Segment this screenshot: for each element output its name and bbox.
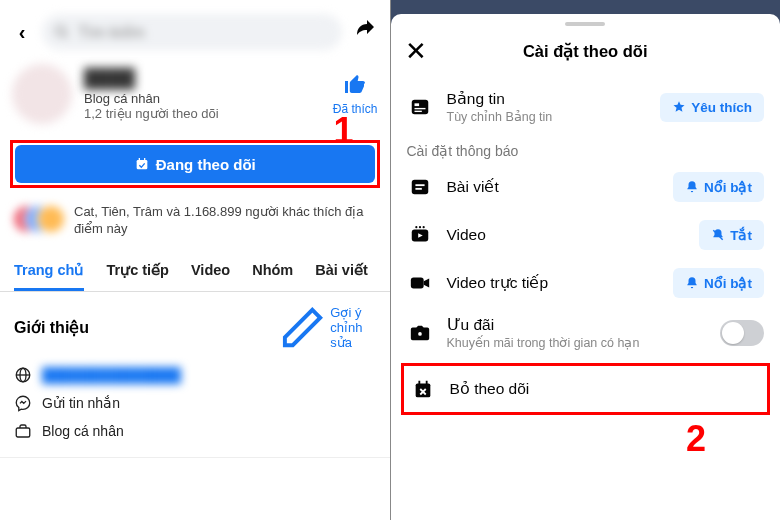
- favorite-label: Yêu thích: [691, 100, 752, 115]
- svg-rect-21: [415, 384, 430, 398]
- briefcase-icon: [14, 422, 32, 440]
- live-pill-label: Nổi bật: [704, 275, 752, 291]
- tab-video[interactable]: Video: [191, 250, 230, 291]
- profile-tabs: Trang chủ Trực tiếp Video Nhóm Bài viết: [0, 250, 390, 292]
- social-proof-text: Cat, Tiên, Trâm và 1.168.899 người khác …: [74, 204, 378, 238]
- about-message-row[interactable]: Gửi tin nhắn: [14, 389, 376, 417]
- newsfeed-icon: [409, 96, 431, 118]
- following-button[interactable]: Đang theo dõi: [15, 145, 375, 183]
- suggest-edit-button[interactable]: Gợi ý chỉnh sửa: [279, 304, 375, 351]
- svg-rect-6: [16, 428, 30, 437]
- svg-rect-9: [414, 108, 425, 109]
- about-blog-label: Blog cá nhân: [42, 423, 124, 439]
- svg-point-16: [418, 226, 420, 228]
- bell-icon: [685, 276, 699, 290]
- bell-icon: [685, 180, 699, 194]
- svg-point-17: [422, 226, 424, 228]
- svg-rect-10: [414, 111, 421, 112]
- search-field[interactable]: Tìm kiếm: [42, 14, 342, 50]
- tab-home[interactable]: Trang chủ: [14, 250, 84, 291]
- profile-name: ████: [84, 68, 321, 89]
- about-header: Giới thiệu: [14, 318, 89, 337]
- live-icon: [409, 272, 431, 294]
- svg-rect-11: [411, 180, 428, 195]
- tab-group[interactable]: Nhóm: [252, 250, 293, 291]
- video-label: Video: [447, 226, 686, 244]
- unfollow-label: Bỏ theo dõi: [450, 380, 762, 398]
- share-icon: [353, 17, 377, 41]
- sheet-title: Cài đặt theo dõi: [433, 42, 767, 61]
- bell-off-icon: [711, 228, 725, 242]
- suggest-edit-label: Gợi ý chỉnh sửa: [330, 305, 375, 350]
- close-button[interactable]: ✕: [405, 36, 433, 67]
- video-row[interactable]: Video Tắt: [391, 211, 781, 259]
- svg-rect-12: [415, 184, 424, 186]
- newsfeed-label: Bảng tin: [447, 90, 647, 108]
- profile-bio: Blog cá nhân: [84, 91, 321, 106]
- posts-icon: [409, 176, 431, 198]
- favorite-button[interactable]: Yêu thích: [660, 93, 764, 122]
- about-message-label: Gửi tin nhắn: [42, 395, 120, 411]
- pencil-icon: [279, 304, 326, 351]
- following-label: Đang theo dõi: [156, 156, 256, 173]
- offers-row[interactable]: Ưu đãi Khuyến mãi trong thời gian có hạn: [391, 307, 781, 359]
- unfollow-row[interactable]: Bỏ theo dõi: [404, 366, 768, 412]
- svg-point-15: [415, 226, 417, 228]
- svg-line-1: [64, 34, 67, 37]
- globe-icon: [14, 366, 32, 384]
- share-button[interactable]: [350, 17, 380, 47]
- follower-count: 1,2 triệu người theo dõi: [84, 106, 321, 121]
- profile-avatar[interactable]: [12, 64, 72, 124]
- posts-row[interactable]: Bài viết Nổi bật: [391, 163, 781, 211]
- search-icon: [54, 24, 70, 40]
- following-icon: [134, 156, 150, 172]
- svg-point-20: [418, 332, 422, 336]
- video-pill-label: Tắt: [730, 227, 752, 243]
- svg-rect-13: [415, 188, 421, 190]
- offers-icon: [409, 322, 431, 344]
- notif-settings-header: Cài đặt thông báo: [391, 133, 781, 163]
- video-pill[interactable]: Tắt: [699, 220, 764, 250]
- offers-label: Ưu đãi: [447, 316, 707, 334]
- svg-rect-7: [411, 100, 428, 115]
- offers-sublabel: Khuyến mãi trong thời gian có hạn: [447, 335, 707, 350]
- live-label: Video trực tiếp: [447, 274, 660, 292]
- live-pill[interactable]: Nổi bật: [673, 268, 764, 298]
- svg-point-0: [56, 26, 65, 35]
- posts-label: Bài viết: [447, 178, 660, 196]
- about-blog-row[interactable]: Blog cá nhân: [14, 417, 376, 445]
- thumbs-up-icon: [343, 72, 367, 96]
- messenger-icon: [14, 394, 32, 412]
- unfollow-icon: [412, 378, 434, 400]
- search-placeholder: Tìm kiếm: [78, 23, 145, 42]
- offers-toggle[interactable]: [720, 320, 764, 346]
- social-avatars: [12, 204, 64, 238]
- svg-rect-2: [136, 160, 147, 169]
- newsfeed-sublabel: Tùy chỉnh Bảng tin: [447, 109, 647, 124]
- unfollow-highlight: Bỏ theo dõi: [401, 363, 771, 415]
- tab-live[interactable]: Trực tiếp: [106, 250, 169, 291]
- about-link-row[interactable]: ██████████████: [14, 361, 376, 389]
- live-row[interactable]: Video trực tiếp Nổi bật: [391, 259, 781, 307]
- posts-pill-label: Nổi bật: [704, 179, 752, 195]
- svg-rect-19: [410, 278, 423, 289]
- star-icon: [672, 100, 686, 114]
- svg-rect-8: [414, 103, 419, 106]
- video-icon: [409, 224, 431, 246]
- step-marker-1: 1: [333, 110, 353, 152]
- following-button-highlight: Đang theo dõi: [10, 140, 380, 188]
- step-marker-2: 2: [686, 418, 706, 460]
- back-button[interactable]: ‹: [10, 21, 34, 44]
- tab-posts[interactable]: Bài viết: [315, 250, 368, 291]
- newsfeed-row[interactable]: Bảng tin Tùy chỉnh Bảng tin Yêu thích: [391, 81, 781, 133]
- posts-pill[interactable]: Nổi bật: [673, 172, 764, 202]
